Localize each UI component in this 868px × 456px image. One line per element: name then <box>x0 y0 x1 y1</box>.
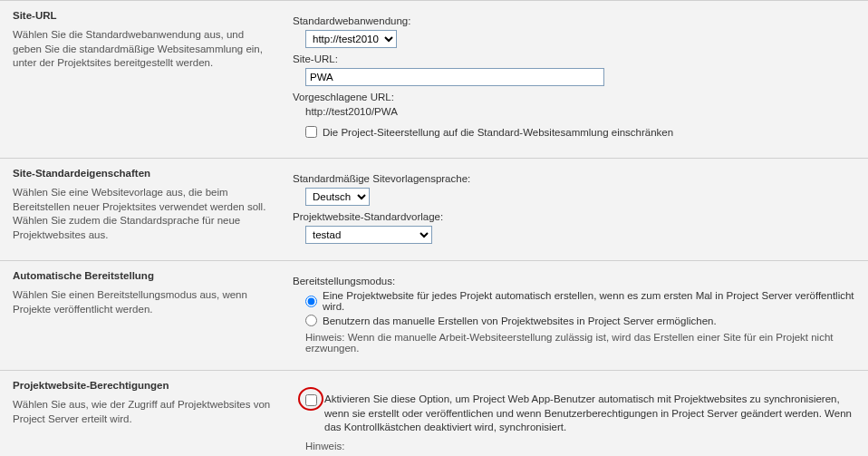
left-col-site-url: Site-URL Wählen Sie die Standardwebanwen… <box>13 10 289 141</box>
std-webapp-select[interactable]: http://test2010 <box>305 30 397 48</box>
perms-hint-label: Hinweis: <box>305 441 855 451</box>
site-url-input[interactable] <box>305 68 604 86</box>
prov-mode-label: Bereitstellungsmodus: <box>293 276 855 286</box>
restrict-creation-checkbox[interactable] <box>305 126 317 138</box>
site-std-desc: Wählen Sie eine Websitevorlage aus, die … <box>13 186 273 242</box>
right-col-site-std: Standardmäßige Sitevorlagensprache: Deut… <box>289 168 855 244</box>
prov-mode-auto-radio[interactable] <box>305 296 317 307</box>
suggested-url-value: http://test2010/PWA <box>305 106 855 117</box>
template-lang-label: Standardmäßige Sitevorlagensprache: <box>293 173 855 184</box>
prov-mode-manual-radio[interactable] <box>305 315 317 326</box>
sync-permissions-checkbox[interactable] <box>305 394 317 406</box>
auto-prov-desc: Wählen Sie einen Bereitstellungsmodus au… <box>13 288 273 316</box>
template-select[interactable]: testad <box>305 226 432 244</box>
restrict-creation-label: Die Project-Siteerstellung auf die Stand… <box>323 127 673 138</box>
perms-title: Projektwebsite-Berechtigungen <box>13 380 273 391</box>
right-col-site-url: Standardwebanwendung: http://test2010 Si… <box>289 10 855 141</box>
sync-permissions-label: Aktivieren Sie diese Option, um Project … <box>324 393 855 435</box>
prov-mode-auto-label: Eine Projektwebsite für jedes Projekt au… <box>323 290 855 312</box>
left-col-auto-prov: Automatische Bereitstellung Wählen Sie e… <box>13 270 289 354</box>
template-label: Projektwebsite-Standardvorlage: <box>293 211 855 222</box>
right-col-perms: Aktivieren Sie diese Option, um Project … <box>289 380 855 451</box>
auto-prov-title: Automatische Bereitstellung <box>13 270 273 281</box>
perms-desc: Wählen Sie aus, wie der Zugriff auf Proj… <box>13 398 273 426</box>
section-site-std: Site-Standardeigenschaften Wählen Sie ei… <box>0 158 868 260</box>
section-site-url: Site-URL Wählen Sie die Standardwebanwen… <box>0 0 868 158</box>
site-url-field-label: Site-URL: <box>293 53 855 64</box>
site-std-title: Site-Standardeigenschaften <box>13 168 273 179</box>
prov-mode-manual-label: Benutzern das manuelle Erstellen von Pro… <box>323 315 717 326</box>
site-url-title: Site-URL <box>13 10 273 21</box>
suggested-url-label: Vorgeschlagene URL: <box>293 92 855 102</box>
section-perms: Projektwebsite-Berechtigungen Wählen Sie… <box>0 370 868 456</box>
prov-mode-hint: Hinweis: Wenn die manuelle Arbeit-Websit… <box>305 332 855 354</box>
right-col-auto-prov: Bereitstellungsmodus: Eine Projektwebsit… <box>289 270 855 354</box>
left-col-site-std: Site-Standardeigenschaften Wählen Sie ei… <box>13 168 289 244</box>
section-auto-prov: Automatische Bereitstellung Wählen Sie e… <box>0 260 868 370</box>
std-webapp-label: Standardwebanwendung: <box>293 15 855 26</box>
left-col-perms: Projektwebsite-Berechtigungen Wählen Sie… <box>13 380 289 451</box>
site-url-desc: Wählen Sie die Standardwebanwendung aus,… <box>13 28 273 71</box>
template-lang-select[interactable]: Deutsch <box>305 188 370 206</box>
